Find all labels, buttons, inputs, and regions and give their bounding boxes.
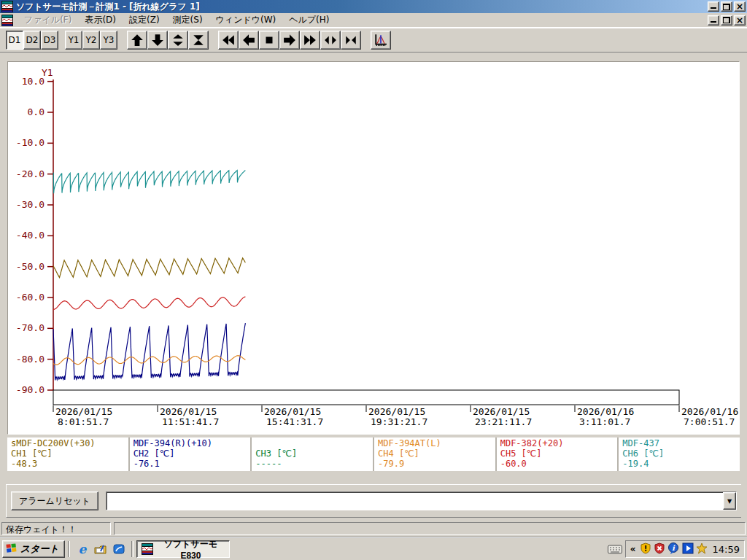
quick-launch: e [73, 542, 128, 556]
child-close-button[interactable]: × [734, 15, 746, 26]
svg-text:-70.0: -70.0 [16, 322, 44, 333]
legend-cell-ch1: sMDF-DC200V(+30)CH1 [℃]-48.3 [7, 438, 128, 471]
step-back-button[interactable] [239, 31, 259, 50]
internet-explorer-icon[interactable]: e [76, 542, 89, 556]
expand-vertical-button[interactable] [168, 31, 188, 50]
display-d3-button[interactable]: D3 [41, 31, 58, 50]
stop-button[interactable] [259, 31, 279, 50]
svg-text:15:41:31.7: 15:41:31.7 [266, 416, 323, 427]
alarm-combobox[interactable]: ▼ [106, 491, 737, 510]
menu-view[interactable]: 表示(D) [78, 12, 123, 28]
svg-text:10.0: 10.0 [22, 76, 44, 87]
svg-text:-50.0: -50.0 [16, 261, 44, 272]
tray-clock[interactable]: 14:59 [713, 544, 740, 555]
window-title: ソフトサーモ計測－計測1 - [折れ線グラフ 1] [16, 1, 708, 13]
restore-icon [723, 17, 730, 23]
tray-chevron-button[interactable]: « [629, 544, 638, 554]
svg-text:!: ! [643, 545, 647, 553]
menu-settings[interactable]: 設定(Z) [123, 12, 166, 28]
svg-text:-10.0: -10.0 [16, 137, 44, 148]
compress-vertical-icon [192, 34, 205, 47]
menu-measure[interactable]: 測定(S) [166, 12, 209, 28]
child-minimize-button[interactable] [708, 15, 719, 26]
channel-legend: sMDF-DC200V(+30)CH1 [℃]-48.3MDF-394(R)(+… [7, 438, 740, 471]
legend-cell-ch4: MDF-394AT(L)CH4 [℃]-79.9 [374, 438, 495, 471]
star-icon[interactable] [696, 542, 708, 556]
svg-text:-60.0: -60.0 [16, 292, 44, 303]
graph-settings-button[interactable] [371, 31, 391, 50]
system-tray: « ! i 14:59 [625, 540, 745, 558]
security-warning-icon[interactable]: ! [640, 542, 651, 556]
expand-horizontal-button[interactable] [320, 31, 341, 50]
show-desktop-icon[interactable] [94, 542, 107, 556]
start-button-label: スタート [20, 542, 59, 556]
alarm-combobox-value[interactable] [107, 492, 723, 510]
minimize-button[interactable] [708, 1, 719, 12]
rewind-button[interactable] [218, 31, 239, 50]
arrow-down-icon [151, 34, 164, 47]
axis-y1-button[interactable]: Y1 [65, 31, 82, 50]
svg-text:2026/01/15: 2026/01/15 [160, 406, 217, 417]
compress-horizontal-icon [344, 34, 357, 47]
fast-forward-button[interactable] [300, 31, 320, 50]
svg-text:7:00:51.7: 7:00:51.7 [684, 416, 735, 427]
svg-text:19:31:21.7: 19:31:21.7 [371, 416, 427, 427]
svg-text:2026/01/15: 2026/01/15 [55, 406, 112, 417]
window-titlebar: ソフトサーモ計測－計測1 - [折れ線グラフ 1] × [0, 0, 747, 13]
menu-bar: ファイル(F)表示(D)設定(Z)測定(S)ウィンドウ(W)ヘルプ(H) × [0, 13, 747, 28]
toolbar: D1D2D3 Y1Y2Y3 [0, 28, 747, 52]
dropdown-arrow-icon[interactable]: ▼ [723, 492, 736, 510]
taskbar-separator [131, 541, 133, 557]
document-icon[interactable] [1, 15, 13, 26]
compress-horizontal-button[interactable] [341, 31, 361, 50]
play-status-icon[interactable] [682, 542, 694, 556]
compress-vertical-button[interactable] [188, 31, 209, 50]
taskbar: スタート e ソフトサーモ E830 « ! [0, 537, 747, 560]
expand-vertical-icon [171, 34, 185, 47]
restore-button[interactable] [721, 1, 732, 12]
child-restore-button[interactable] [721, 15, 732, 26]
desktop: ソフトサーモ計測－計測1 - [折れ線グラフ 1] × ファイル(F)表示(D)… [0, 0, 747, 560]
arrow-up-icon [131, 34, 144, 47]
svg-text:23:21:11.7: 23:21:11.7 [475, 416, 532, 427]
taskbar-separator [68, 541, 70, 557]
step-forward-button[interactable] [279, 31, 300, 50]
app-icon [1, 1, 13, 12]
svg-text:3:11:01.7: 3:11:01.7 [579, 416, 630, 427]
svg-text:-90.0: -90.0 [16, 384, 44, 395]
move-down-button[interactable] [147, 31, 168, 50]
menu-help[interactable]: ヘルプ(H) [282, 12, 336, 28]
svg-text:-30.0: -30.0 [16, 199, 44, 210]
menu-file: ファイル(F) [18, 12, 78, 28]
legend-cell-ch6: MDF-437CH6 [℃]-19.4 [619, 438, 740, 471]
fast-forward-icon [303, 34, 317, 47]
status-bar: 保存ウェイト！！ [0, 520, 747, 537]
alarm-reset-button[interactable]: アラームリセット [11, 491, 98, 510]
status-message: 保存ウェイト！！ [1, 522, 111, 535]
svg-text:2026/01/15: 2026/01/15 [473, 406, 530, 417]
restore-icon [723, 4, 730, 10]
rewind-icon [222, 34, 235, 47]
axis-y3-button[interactable]: Y3 [100, 31, 117, 50]
display-d1-button[interactable]: D1 [6, 31, 23, 50]
menu-window[interactable]: ウィンドウ(W) [209, 12, 283, 28]
move-up-button[interactable] [127, 31, 147, 50]
display-d2-button[interactable]: D2 [23, 31, 41, 50]
svg-text:11:51:41.7: 11:51:41.7 [162, 416, 219, 427]
info-balloon-icon[interactable]: i [667, 542, 680, 556]
line-chart-plot: Y110.00.0-10.0-20.0-30.0-40.0-50.0-60.0-… [8, 62, 740, 434]
expand-horizontal-icon [324, 34, 337, 47]
svg-text:2026/01/16: 2026/01/16 [681, 406, 738, 417]
security-alert-icon[interactable] [654, 542, 665, 556]
arrow-left-icon [242, 34, 255, 47]
keyboard-indicator-icon[interactable] [608, 545, 622, 554]
taskbar-app-button[interactable]: ソフトサーモ E830 [136, 540, 230, 558]
axis-y2-button[interactable]: Y2 [82, 31, 100, 50]
start-button[interactable]: スタート [2, 540, 65, 558]
legend-cell-ch5: MDF-382(+20)CH5 [℃]-60.0 [497, 438, 618, 471]
close-button[interactable]: × [734, 1, 746, 12]
media-player-icon[interactable] [112, 542, 125, 556]
alarm-panel: アラームリセット ▼ [6, 484, 741, 518]
arrow-right-icon [283, 34, 296, 47]
minimize-icon [711, 4, 716, 9]
